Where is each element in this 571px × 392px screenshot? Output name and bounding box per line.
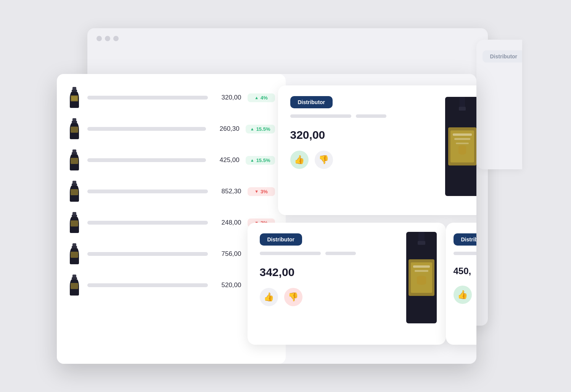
svg-rect-21 [71, 283, 78, 289]
bottle-thumbnail [68, 118, 81, 140]
thumbs-down-icon: 👎 [318, 155, 329, 165]
distributor-button-top[interactable]: Distributor [290, 96, 333, 108]
bottle-image-top [445, 97, 476, 196]
price-value: 520,00 [214, 281, 241, 289]
svg-rect-36 [418, 241, 425, 245]
svg-rect-19 [72, 275, 76, 278]
list-item: 756,00 ▲ 4% [64, 239, 278, 268]
list-item: 425,00 ▲ 15.5% [64, 146, 278, 175]
distributor-button-right[interactable]: Distributor [454, 233, 476, 246]
svg-rect-3 [71, 96, 77, 101]
bottle-thumbnail [68, 87, 81, 108]
name-placeholder [87, 283, 208, 287]
arrow-down-icon: ▼ [254, 189, 259, 194]
change-badge-up: ▲ 15.5% [246, 156, 275, 165]
svg-rect-20 [72, 277, 77, 280]
meta-bar-long [290, 114, 351, 118]
list-item: 320,00 ▲ 4% [64, 83, 278, 112]
list-item: 520,00 ▲ 4% [64, 271, 278, 300]
svg-rect-8 [72, 152, 77, 154]
price-value: 756,00 [214, 250, 241, 258]
change-percent: 15.5% [256, 126, 270, 132]
svg-rect-15 [71, 220, 78, 227]
thumb-actions-right: 👍 [454, 286, 476, 304]
svg-rect-13 [72, 212, 76, 215]
svg-rect-4 [72, 118, 76, 121]
thumbs-up-icon: 👍 [264, 292, 274, 302]
traffic-light-2 [105, 36, 110, 41]
thumbs-up-button-right[interactable]: 👍 [454, 286, 472, 304]
svg-rect-11 [72, 183, 77, 186]
detail-card-bottom: Distributor 342,00 👍 👎 [248, 223, 446, 345]
svg-rect-12 [71, 189, 78, 195]
bottle-thumbnail [68, 181, 81, 202]
svg-rect-18 [71, 252, 78, 258]
thumbs-up-button[interactable]: 👍 [290, 151, 309, 169]
name-placeholder [87, 221, 208, 225]
list-item: 852,30 ▼ 3% [64, 177, 278, 206]
svg-rect-9 [71, 158, 78, 164]
svg-rect-25 [453, 133, 472, 136]
svg-rect-33 [413, 265, 430, 268]
svg-rect-29 [459, 107, 466, 111]
distributor-btn-top-right[interactable]: Distributor [483, 50, 522, 63]
distributor-button-bottom[interactable]: Distributor [260, 233, 302, 246]
change-badge-up: ▲ 15.5% [246, 125, 275, 133]
browser-main: 320,00 ▲ 4% 260,30 ▲ 15.5% [57, 74, 476, 364]
svg-rect-34 [415, 270, 428, 272]
svg-rect-1 [72, 90, 77, 92]
list-item: 260,30 ▲ 15.5% [64, 114, 278, 143]
thumbs-down-button[interactable]: 👎 [284, 288, 302, 306]
change-percent: 3% [261, 189, 268, 194]
name-placeholder [87, 127, 206, 131]
change-badge-up: ▲ 4% [248, 93, 275, 102]
arrow-up-icon: ▲ [250, 127, 254, 131]
name-placeholder [87, 158, 206, 162]
meta-bar-long [260, 252, 321, 255]
svg-rect-7 [72, 149, 76, 153]
svg-rect-16 [72, 243, 76, 246]
thumbs-down-button[interactable]: 👎 [315, 151, 333, 169]
svg-rect-5 [72, 121, 77, 123]
traffic-light-1 [97, 36, 102, 41]
svg-rect-35 [418, 232, 425, 243]
card-top-right-partial: Distributor [476, 40, 522, 169]
detail-card-right-partial: Distributor 450, 👍 [446, 223, 476, 345]
name-placeholder [87, 190, 208, 193]
svg-rect-28 [460, 97, 465, 108]
traffic-light-3 [113, 36, 119, 41]
detail-card-top: Distributor 320,00 👍 👎 [278, 85, 476, 215]
change-badge-down: ▼ 3% [248, 187, 275, 196]
list-item: 248,00 ▼ 3% [64, 208, 278, 237]
svg-rect-14 [72, 215, 77, 217]
price-value: 852,30 [214, 188, 241, 195]
svg-rect-6 [71, 127, 78, 133]
svg-rect-10 [72, 181, 76, 184]
svg-rect-17 [72, 246, 77, 248]
svg-rect-0 [72, 87, 76, 90]
thumbs-down-icon: 👎 [288, 292, 298, 302]
traffic-lights-bg [87, 28, 488, 49]
name-placeholder [87, 96, 208, 100]
thumbs-up-icon: 👍 [294, 155, 304, 165]
bottle-thumbnail [68, 275, 81, 296]
price-value: 260,30 [212, 125, 240, 133]
arrow-up-icon: ▲ [254, 95, 259, 100]
thumbs-up-icon: 👍 [457, 290, 468, 300]
bottle-image-bottom [406, 232, 437, 323]
bottle-thumbnail [68, 243, 81, 265]
card-price-right: 450, [454, 266, 476, 276]
change-percent: 15.5% [256, 157, 270, 163]
meta-bar-short [356, 114, 386, 118]
thumbs-up-button[interactable]: 👍 [260, 288, 278, 306]
svg-rect-27 [456, 143, 469, 144]
arrow-up-icon: ▲ [250, 158, 254, 162]
meta-bar-short [325, 252, 356, 255]
bottle-thumbnail [68, 212, 81, 233]
meta-bar [454, 252, 476, 255]
price-value: 248,00 [214, 219, 241, 227]
price-value: 425,00 [212, 156, 240, 164]
change-percent: 4% [261, 95, 268, 101]
name-placeholder [87, 252, 208, 256]
svg-rect-26 [454, 138, 470, 140]
